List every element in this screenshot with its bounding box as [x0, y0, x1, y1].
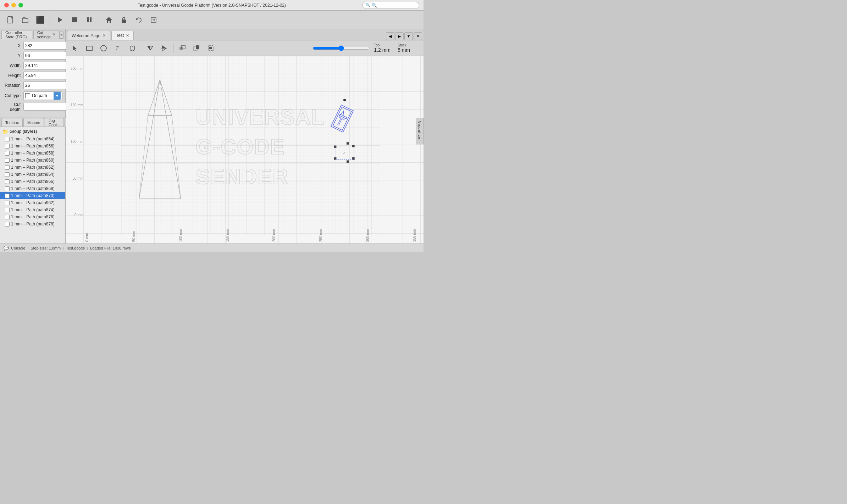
zoom-slider[interactable]	[313, 45, 370, 51]
titlebar: Test.gcode - Universal Gcode Platform (V…	[0, 0, 424, 11]
tree-item-checkbox[interactable]	[5, 215, 10, 219]
tree-item-checkbox[interactable]	[5, 201, 10, 205]
tree-item-checkbox[interactable]	[5, 208, 10, 212]
shape-sep-2	[173, 43, 173, 53]
tab-nav-left[interactable]: ◀	[386, 32, 394, 40]
tab-welcome-page[interactable]: Welcome Page ✕	[67, 31, 110, 40]
cut-type-dropdown-arrow[interactable]: ▼	[54, 92, 61, 100]
field-cut-type-label: Cut type	[3, 93, 23, 98]
open-file-button[interactable]	[18, 13, 32, 27]
left-panel-menu-button[interactable]: ≡	[60, 32, 64, 39]
tree-item-checkbox[interactable]	[5, 137, 10, 141]
tab-cut-settings-close[interactable]: ✕	[52, 33, 56, 37]
maximize-button[interactable]	[18, 3, 23, 7]
status-sep-3: |	[87, 246, 88, 250]
select-tool-button[interactable]	[68, 41, 82, 55]
tree-item-checkbox[interactable]	[5, 194, 10, 198]
rect-tool-button[interactable]	[83, 41, 96, 55]
window-title: Test.gcode - Universal Gcode Platform (V…	[138, 3, 286, 8]
canvas-area[interactable]: 200 mm 150 mm 100 mm 50 mm 0 mm	[66, 56, 424, 243]
tree-item-checkbox[interactable]	[5, 151, 10, 156]
tab-macros[interactable]: Macros	[23, 118, 44, 127]
tab-jog[interactable]: Jog Cont...	[45, 118, 64, 127]
tab-nav-right[interactable]: ▶	[395, 32, 404, 40]
stop-button[interactable]	[68, 13, 81, 27]
main-canvas-svg[interactable]: UNIVERSAL G-CODE SENDER	[85, 56, 416, 235]
ruler-x-250: 250 mm	[319, 229, 323, 242]
tree-item-checkbox[interactable]	[5, 158, 10, 163]
svg-rect-40	[352, 157, 355, 160]
status-rows: Loaded File: 1030 rows	[90, 246, 131, 250]
search-box[interactable]: 🔍	[362, 2, 419, 9]
list-item[interactable]: 1 mm – Path (path868)	[0, 185, 65, 192]
lock-button[interactable]	[117, 13, 131, 27]
pause-button[interactable]	[83, 13, 96, 27]
list-item[interactable]: 1 mm – Path (path962)	[0, 199, 65, 206]
list-item[interactable]: 1 mm – Path (path854)	[0, 135, 65, 142]
list-item[interactable]: 1 mm – Path (path870)	[0, 192, 65, 199]
cut-type-select[interactable]: On path ▼	[23, 91, 62, 100]
tab-test[interactable]: Test ✕	[111, 31, 134, 40]
list-item[interactable]: 1 mm – Path (path860)	[0, 157, 65, 164]
tab-controller-state[interactable]: Controller State (DRO)	[1, 30, 32, 39]
home-button[interactable]	[102, 13, 116, 27]
tab-nav-dropdown[interactable]: ▼	[404, 32, 413, 40]
tab-macros-label: Macros	[27, 121, 40, 125]
send-button[interactable]: ⬛	[33, 13, 47, 27]
tab-test-close[interactable]: ✕	[126, 34, 129, 38]
export-button[interactable]	[147, 13, 160, 27]
toolbar-separator-1	[50, 15, 50, 25]
list-item[interactable]: 1 mm – Path (path856)	[0, 142, 65, 150]
shape-sep-1	[141, 43, 141, 53]
tab-welcome-close[interactable]: ✕	[103, 34, 106, 38]
list-item[interactable]: 1 mm – Path (path858)	[0, 150, 65, 157]
svg-rect-20	[179, 47, 183, 50]
tab-cut-settings[interactable]: Cut settings ✕	[33, 30, 60, 39]
list-item[interactable]: 1 mm – Path (path874)	[0, 206, 65, 213]
list-item[interactable]: 1 mm – Path (path878)	[0, 220, 65, 228]
svg-rect-7	[122, 19, 126, 23]
play-button[interactable]	[53, 13, 66, 27]
text-tool-button[interactable]: T	[111, 41, 124, 55]
svg-text:G-CODE: G-CODE	[196, 135, 285, 159]
tree-group-layer1[interactable]: 📁 Group (layer1)	[0, 128, 65, 135]
flip-h-button[interactable]	[143, 41, 157, 55]
undo-button[interactable]	[132, 13, 145, 27]
field-x-label: X	[3, 43, 23, 48]
tree-item-checkbox[interactable]	[5, 179, 10, 184]
tab-nav-close-all[interactable]: ✕	[414, 32, 422, 40]
list-item[interactable]: 1 mm – Path (path864)	[0, 171, 65, 178]
tab-controller-label: Controller State (DRO)	[5, 30, 28, 39]
svg-rect-25	[209, 47, 212, 49]
shape-tool-button[interactable]	[125, 41, 139, 55]
layer-back-button[interactable]	[176, 41, 189, 55]
visualizer-tab[interactable]: Visualizer	[416, 118, 424, 145]
tab-toolbox[interactable]: Toolbox	[1, 118, 23, 127]
svg-rect-5	[90, 17, 92, 22]
list-item[interactable]: 1 mm – Path (path862)	[0, 164, 65, 171]
search-input[interactable]	[372, 3, 418, 8]
new-file-button[interactable]	[4, 13, 17, 27]
layer-front-button[interactable]	[190, 41, 203, 55]
close-button[interactable]	[4, 3, 9, 7]
tree-item-checkbox[interactable]	[5, 186, 10, 191]
align-button[interactable]	[204, 41, 217, 55]
tree-item-checkbox[interactable]	[5, 144, 10, 149]
field-cut-depth-label: Cut depth	[3, 102, 23, 112]
tree-item-label: 1 mm – Path (path858)	[11, 151, 55, 156]
tree-item-checkbox[interactable]	[5, 222, 10, 226]
list-item[interactable]: 1 mm – Path (path876)	[0, 213, 65, 220]
list-item[interactable]: 1 mm – Path (path866)	[0, 178, 65, 185]
svg-marker-2	[58, 17, 62, 23]
tool-label: Tool	[374, 43, 391, 47]
design-tree: 📁 Group (layer1) 1 mm – Path (path854)1 …	[0, 127, 65, 243]
field-width-label: Width	[3, 63, 23, 68]
tree-item-checkbox[interactable]	[5, 165, 10, 170]
circle-tool-button[interactable]	[97, 41, 110, 55]
tree-item-checkbox[interactable]	[5, 172, 10, 177]
svg-marker-10	[73, 45, 77, 51]
minimize-button[interactable]	[11, 3, 16, 7]
flip-v-button[interactable]	[157, 41, 171, 55]
ruler-x-300: 300 mm	[366, 229, 370, 242]
tree-item-label: 1 mm – Path (path862)	[11, 165, 55, 170]
